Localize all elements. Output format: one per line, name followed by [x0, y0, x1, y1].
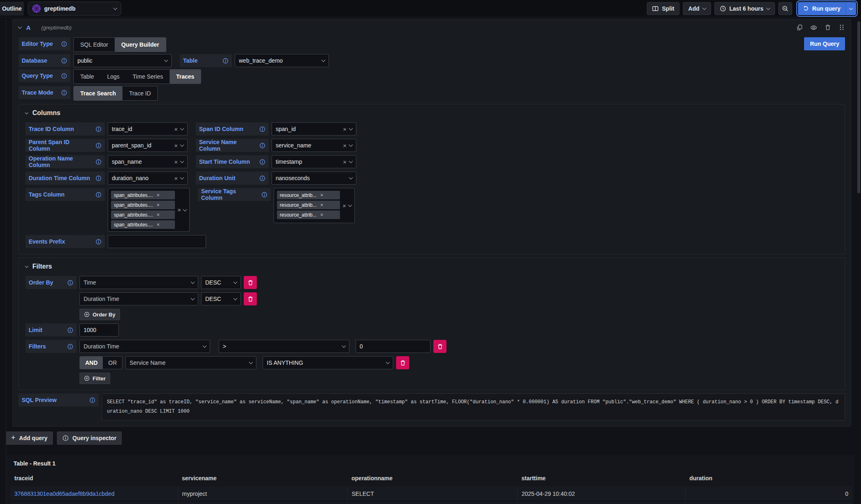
- filter-logic-and[interactable]: AND: [80, 357, 103, 369]
- query-type-logs[interactable]: Logs: [100, 70, 126, 84]
- remove-chip-icon[interactable]: ×: [156, 212, 159, 217]
- duplicate-query-icon[interactable]: [796, 24, 803, 31]
- run-query-group: Run query: [798, 2, 856, 15]
- table-select[interactable]: web_trace_demo: [235, 54, 329, 67]
- clear-all-icon[interactable]: ×: [342, 203, 346, 209]
- run-query-button[interactable]: Run query: [798, 2, 845, 15]
- query-type-traces[interactable]: Traces: [170, 70, 201, 84]
- tag-chip[interactable]: span_attributes....×: [111, 210, 175, 219]
- operation-name-column-select[interactable]: span_name ×: [108, 155, 188, 168]
- datasource-picker[interactable]: greptimedb: [28, 2, 121, 16]
- filter-operator-select[interactable]: IS ANYTHING: [263, 356, 393, 369]
- add-filter-button[interactable]: Filter: [79, 373, 110, 384]
- service-tag-chip[interactable]: resource_attrib...×: [277, 210, 340, 219]
- filter-field-select[interactable]: Service Name: [125, 356, 256, 369]
- run-query-dropdown-button[interactable]: [845, 2, 856, 15]
- run-query-label: Run query: [812, 5, 841, 12]
- chevron-down-icon: [233, 280, 238, 284]
- remove-chip-icon[interactable]: ×: [156, 193, 159, 198]
- remove-filter-button[interactable]: [433, 340, 446, 353]
- clear-icon[interactable]: ×: [174, 142, 178, 149]
- clear-icon[interactable]: ×: [343, 126, 347, 132]
- tag-chip[interactable]: span_attributes....×: [111, 220, 175, 229]
- tag-chip[interactable]: span_attributes....×: [111, 201, 175, 209]
- duration-time-column-select[interactable]: duration_nano ×: [108, 172, 188, 185]
- query-inspector-button[interactable]: Query inspector: [57, 432, 122, 445]
- remove-chip-icon[interactable]: ×: [320, 203, 323, 208]
- trace-id-link[interactable]: 3768831301ea0d65adaef8b9da1cbded: [14, 490, 114, 497]
- duration-unit-select[interactable]: nanoseconds: [272, 172, 356, 185]
- remove-order-by-button[interactable]: [244, 292, 257, 305]
- duration-unit-label: Duration Unit: [196, 172, 269, 185]
- remove-chip-icon[interactable]: ×: [156, 203, 159, 208]
- scrollbar-thumb[interactable]: [857, 21, 860, 193]
- tags-column-multiselect[interactable]: span_attributes....× span_attributes....…: [108, 188, 190, 232]
- tag-chip[interactable]: span_attributes....×: [111, 191, 175, 199]
- filter-field-select[interactable]: Duration Time: [79, 340, 210, 353]
- split-label: Split: [662, 5, 674, 12]
- remove-order-by-button[interactable]: [244, 276, 257, 289]
- drag-handle-icon[interactable]: [838, 24, 845, 31]
- query-editor-body: Editor Type SQL Editor Query Builder Run…: [13, 36, 851, 426]
- parent-span-id-column-select[interactable]: parent_span_id ×: [108, 139, 188, 152]
- remove-chip-icon[interactable]: ×: [320, 193, 323, 198]
- col-header-operationname[interactable]: operationname: [347, 472, 517, 486]
- service-tag-chip[interactable]: resource_attrib...×: [277, 201, 340, 209]
- clear-icon[interactable]: ×: [343, 159, 347, 165]
- start-time-column-select[interactable]: timestamp ×: [272, 155, 356, 168]
- limit-input[interactable]: [79, 323, 119, 337]
- zoom-out-time-button[interactable]: [778, 2, 792, 15]
- col-header-starttime[interactable]: starttime: [517, 472, 685, 486]
- query-type-table[interactable]: Table: [74, 70, 100, 84]
- service-tags-multiselect[interactable]: resource_attrib...× resource_attrib...× …: [274, 188, 355, 223]
- add-order-by-button[interactable]: Order By: [79, 309, 120, 320]
- col-header-servicename[interactable]: servicename: [178, 472, 347, 486]
- order-by-field-select[interactable]: Time: [79, 276, 198, 289]
- split-button[interactable]: Split: [647, 2, 680, 15]
- service-name-column-select[interactable]: service_name ×: [272, 139, 356, 152]
- trace-id-column-select[interactable]: trace_id ×: [108, 122, 188, 136]
- service-tag-chip[interactable]: resource_attrib...×: [277, 191, 340, 199]
- filter-logic-or[interactable]: OR: [103, 357, 122, 369]
- time-range-label: Last 6 hours: [730, 5, 764, 12]
- clear-icon[interactable]: ×: [174, 126, 178, 132]
- database-select[interactable]: public: [73, 54, 172, 67]
- outline-toggle[interactable]: Outline: [0, 2, 24, 16]
- col-header-duration[interactable]: duration: [685, 472, 852, 486]
- remove-filter-button[interactable]: [396, 356, 409, 369]
- col-header-traceid[interactable]: traceid: [10, 472, 178, 486]
- trace-mode-id[interactable]: Trace ID: [122, 86, 157, 100]
- columns-section-header[interactable]: Columns: [25, 109, 838, 117]
- remove-chip-icon[interactable]: ×: [320, 212, 323, 217]
- info-icon: [67, 327, 73, 333]
- order-by-field-select[interactable]: Duration Time: [79, 292, 198, 305]
- clear-icon[interactable]: ×: [174, 175, 178, 181]
- clear-all-icon[interactable]: ×: [177, 207, 181, 213]
- query-ref-id[interactable]: A: [26, 24, 31, 31]
- chevron-down-icon: [702, 6, 706, 10]
- trace-mode-search[interactable]: Trace Search: [74, 86, 122, 100]
- filter-value-input[interactable]: [356, 340, 430, 353]
- events-prefix-input[interactable]: [108, 235, 206, 248]
- clear-icon[interactable]: ×: [343, 142, 347, 149]
- hide-query-eye-icon[interactable]: [810, 24, 817, 31]
- sql-editor-option[interactable]: SQL Editor: [74, 38, 115, 52]
- clear-icon[interactable]: ×: [174, 159, 178, 165]
- add-button[interactable]: Add: [683, 2, 711, 15]
- query-datasource-hint: (greptimedb): [41, 25, 72, 31]
- query-type-time-series[interactable]: Time Series: [126, 70, 170, 84]
- add-query-button[interactable]: + Add query: [6, 432, 53, 445]
- filter-operator-select[interactable]: >: [219, 340, 349, 353]
- remove-query-trash-icon[interactable]: [825, 24, 831, 31]
- span-id-column-select[interactable]: span_id ×: [272, 122, 356, 136]
- query-header: A (greptimedb): [13, 19, 851, 36]
- remove-chip-icon[interactable]: ×: [156, 222, 159, 227]
- sql-preview-label: SQL Preview: [18, 393, 99, 407]
- editor-run-query-button[interactable]: Run Query: [804, 37, 845, 50]
- query-builder-option[interactable]: Query Builder: [115, 38, 166, 52]
- time-range-picker[interactable]: Last 6 hours: [714, 2, 775, 15]
- collapse-chevron-icon[interactable]: [18, 25, 22, 29]
- order-by-direction-select[interactable]: DESC: [201, 276, 241, 289]
- order-by-direction-select[interactable]: DESC: [201, 292, 241, 305]
- filters-section-header[interactable]: Filters: [25, 263, 838, 270]
